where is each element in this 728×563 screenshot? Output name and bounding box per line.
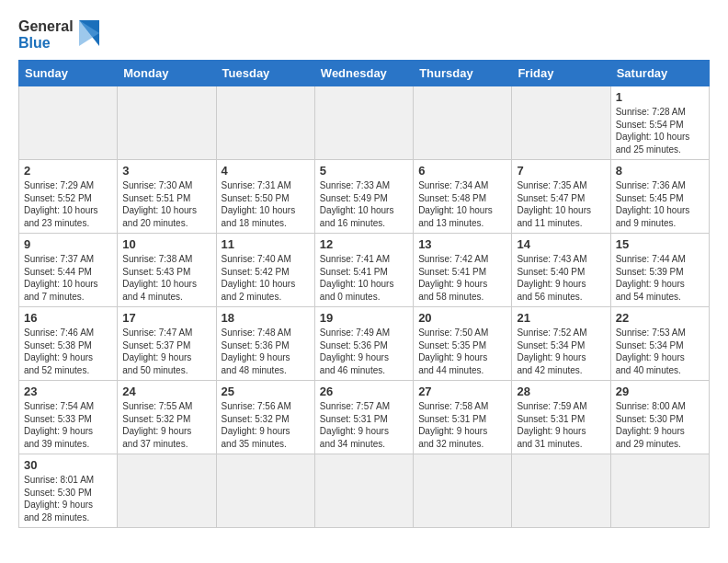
day-info: Sunrise: 7:49 AM Sunset: 5:36 PM Dayligh… — [320, 327, 408, 376]
calendar-cell: 28Sunrise: 7:59 AM Sunset: 5:31 PM Dayli… — [512, 381, 610, 454]
calendar-cell — [512, 454, 610, 528]
calendar-cell: 16Sunrise: 7:46 AM Sunset: 5:38 PM Dayli… — [19, 307, 118, 381]
day-number: 27 — [418, 385, 506, 398]
calendar-cell — [414, 86, 512, 160]
calendar-cell — [118, 86, 216, 160]
day-info: Sunrise: 7:29 AM Sunset: 5:52 PM Dayligh… — [24, 179, 112, 229]
day-info: Sunrise: 8:00 AM Sunset: 5:30 PM Dayligh… — [616, 400, 704, 450]
day-number: 22 — [616, 311, 704, 325]
calendar-cell: 6Sunrise: 7:34 AM Sunset: 5:48 PM Daylig… — [414, 160, 512, 234]
calendar-week-1: 1Sunrise: 7:28 AM Sunset: 5:54 PM Daylig… — [19, 86, 710, 160]
calendar-cell — [314, 454, 413, 528]
calendar-cell: 5Sunrise: 7:33 AM Sunset: 5:49 PM Daylig… — [314, 160, 413, 234]
header-monday: Monday — [118, 61, 216, 86]
logo-container: General Blue — [18, 18, 74, 51]
day-info: Sunrise: 7:34 AM Sunset: 5:48 PM Dayligh… — [418, 179, 506, 229]
calendar-week-3: 9Sunrise: 7:37 AM Sunset: 5:44 PM Daylig… — [19, 234, 710, 307]
day-number: 21 — [517, 311, 605, 325]
calendar-cell: 21Sunrise: 7:52 AM Sunset: 5:34 PM Dayli… — [512, 307, 610, 381]
calendar-cell: 1Sunrise: 7:28 AM Sunset: 5:54 PM Daylig… — [610, 86, 709, 160]
calendar-cell — [314, 86, 413, 160]
day-info: Sunrise: 7:57 AM Sunset: 5:31 PM Dayligh… — [320, 400, 408, 450]
calendar-cell: 15Sunrise: 7:44 AM Sunset: 5:39 PM Dayli… — [610, 234, 709, 307]
calendar-cell: 19Sunrise: 7:49 AM Sunset: 5:36 PM Dayli… — [314, 307, 413, 381]
calendar-cell: 30Sunrise: 8:01 AM Sunset: 5:30 PM Dayli… — [19, 454, 118, 528]
header-saturday: Saturday — [610, 61, 709, 86]
header-tuesday: Tuesday — [216, 61, 314, 86]
calendar-cell: 7Sunrise: 7:35 AM Sunset: 5:47 PM Daylig… — [512, 160, 610, 234]
day-info: Sunrise: 7:30 AM Sunset: 5:51 PM Dayligh… — [122, 179, 210, 229]
day-number: 3 — [122, 164, 210, 178]
calendar-cell: 10Sunrise: 7:38 AM Sunset: 5:43 PM Dayli… — [118, 234, 216, 307]
day-info: Sunrise: 7:46 AM Sunset: 5:38 PM Dayligh… — [24, 327, 112, 376]
day-info: Sunrise: 7:33 AM Sunset: 5:49 PM Dayligh… — [320, 179, 408, 229]
calendar-cell: 14Sunrise: 7:43 AM Sunset: 5:40 PM Dayli… — [512, 234, 610, 307]
day-info: Sunrise: 7:56 AM Sunset: 5:32 PM Dayligh… — [222, 400, 310, 450]
day-number: 9 — [24, 237, 112, 251]
header-wednesday: Wednesday — [314, 61, 413, 86]
calendar-cell — [118, 454, 216, 528]
day-number: 16 — [24, 311, 112, 325]
calendar-week-4: 16Sunrise: 7:46 AM Sunset: 5:38 PM Dayli… — [19, 307, 710, 381]
calendar-cell: 18Sunrise: 7:48 AM Sunset: 5:36 PM Dayli… — [216, 307, 314, 381]
day-info: Sunrise: 7:44 AM Sunset: 5:39 PM Dayligh… — [616, 253, 704, 303]
day-number: 28 — [517, 385, 605, 398]
day-number: 14 — [517, 237, 605, 251]
calendar-week-6: 30Sunrise: 8:01 AM Sunset: 5:30 PM Dayli… — [19, 454, 710, 528]
calendar-cell: 4Sunrise: 7:31 AM Sunset: 5:50 PM Daylig… — [216, 160, 314, 234]
calendar-cell: 25Sunrise: 7:56 AM Sunset: 5:32 PM Dayli… — [216, 381, 314, 454]
day-info: Sunrise: 7:35 AM Sunset: 5:47 PM Dayligh… — [517, 179, 605, 229]
day-info: Sunrise: 8:01 AM Sunset: 5:30 PM Dayligh… — [24, 474, 112, 523]
page: General Blue SundayMondayTuesdayWednesda… — [0, 0, 728, 546]
day-number: 2 — [24, 164, 112, 178]
day-number: 23 — [24, 385, 112, 398]
day-info: Sunrise: 7:53 AM Sunset: 5:34 PM Dayligh… — [616, 327, 704, 376]
calendar-week-2: 2Sunrise: 7:29 AM Sunset: 5:52 PM Daylig… — [19, 160, 710, 234]
header-thursday: Thursday — [414, 61, 512, 86]
header-friday: Friday — [512, 61, 610, 86]
calendar-cell: 2Sunrise: 7:29 AM Sunset: 5:52 PM Daylig… — [19, 160, 118, 234]
day-info: Sunrise: 7:28 AM Sunset: 5:54 PM Dayligh… — [616, 106, 704, 155]
day-info: Sunrise: 7:40 AM Sunset: 5:42 PM Dayligh… — [222, 253, 310, 303]
calendar-cell — [216, 454, 314, 528]
day-number: 12 — [320, 237, 408, 251]
calendar-cell: 27Sunrise: 7:58 AM Sunset: 5:31 PM Dayli… — [414, 381, 512, 454]
calendar-cell: 23Sunrise: 7:54 AM Sunset: 5:33 PM Dayli… — [19, 381, 118, 454]
day-info: Sunrise: 7:47 AM Sunset: 5:37 PM Dayligh… — [122, 327, 210, 376]
calendar-cell: 3Sunrise: 7:30 AM Sunset: 5:51 PM Daylig… — [118, 160, 216, 234]
day-info: Sunrise: 7:31 AM Sunset: 5:50 PM Dayligh… — [222, 179, 310, 229]
logo-general-text: General — [18, 18, 74, 35]
calendar-cell: 13Sunrise: 7:42 AM Sunset: 5:41 PM Dayli… — [414, 234, 512, 307]
day-info: Sunrise: 7:50 AM Sunset: 5:35 PM Dayligh… — [418, 327, 506, 376]
calendar-cell: 24Sunrise: 7:55 AM Sunset: 5:32 PM Dayli… — [118, 381, 216, 454]
day-number: 29 — [616, 385, 704, 398]
header: General Blue — [18, 15, 710, 51]
day-number: 8 — [616, 164, 704, 178]
day-number: 26 — [320, 385, 408, 398]
header-sunday: Sunday — [19, 61, 118, 86]
day-info: Sunrise: 7:59 AM Sunset: 5:31 PM Dayligh… — [517, 400, 605, 450]
day-number: 10 — [122, 237, 210, 251]
day-number: 13 — [418, 237, 506, 251]
day-info: Sunrise: 7:36 AM Sunset: 5:45 PM Dayligh… — [616, 179, 704, 229]
day-info: Sunrise: 7:43 AM Sunset: 5:40 PM Dayligh… — [517, 253, 605, 303]
day-info: Sunrise: 7:55 AM Sunset: 5:32 PM Dayligh… — [122, 400, 210, 450]
day-number: 4 — [222, 164, 310, 178]
day-number: 20 — [418, 311, 506, 325]
calendar-cell: 11Sunrise: 7:40 AM Sunset: 5:42 PM Dayli… — [216, 234, 314, 307]
logo: General Blue — [18, 18, 99, 51]
logo-blue-text: Blue — [18, 35, 74, 52]
calendar-cell: 8Sunrise: 7:36 AM Sunset: 5:45 PM Daylig… — [610, 160, 709, 234]
day-number: 24 — [122, 385, 210, 398]
day-number: 25 — [222, 385, 310, 398]
calendar-cell — [216, 86, 314, 160]
day-number: 1 — [616, 90, 704, 104]
calendar-cell: 29Sunrise: 8:00 AM Sunset: 5:30 PM Dayli… — [610, 381, 709, 454]
day-number: 17 — [122, 311, 210, 325]
day-number: 11 — [222, 237, 310, 251]
logo-arrow-icon — [79, 20, 99, 46]
day-info: Sunrise: 7:38 AM Sunset: 5:43 PM Dayligh… — [122, 253, 210, 303]
day-number: 30 — [24, 458, 112, 472]
calendar-header-row: SundayMondayTuesdayWednesdayThursdayFrid… — [19, 61, 710, 86]
day-number: 18 — [222, 311, 310, 325]
